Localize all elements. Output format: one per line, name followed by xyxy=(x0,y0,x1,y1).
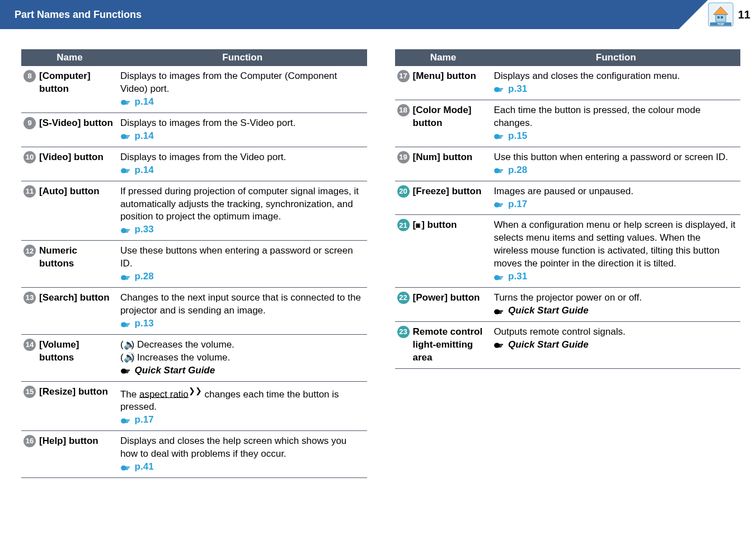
svg-rect-9 xyxy=(125,104,128,105)
function-cell: Displays to images from the Computer (Co… xyxy=(118,66,367,113)
name-cell: 16[Help] button xyxy=(21,431,118,452)
table-row: 15[Resize] buttonThe aspect ratio❯❯ chan… xyxy=(21,381,367,430)
table-row: 21[◈] buttonWhen a configuration menu or… xyxy=(395,215,741,288)
item-number-badge: 9 xyxy=(24,117,36,129)
svg-rect-16 xyxy=(125,171,129,172)
name-cell: 10[Video] button xyxy=(21,147,118,168)
page-link[interactable]: p.28 xyxy=(494,165,527,175)
name-cell: 19[Num] button xyxy=(395,147,492,168)
item-name: Numeric buttons xyxy=(39,245,114,270)
page-link[interactable]: p.41 xyxy=(120,461,154,472)
page-link[interactable]: p.31 xyxy=(494,271,527,282)
function-cell: (🔈) Decreases the volume.(🔊) Increases t… xyxy=(118,334,367,381)
page-link[interactable]: p.14 xyxy=(120,96,154,107)
navigate-icon: ◈ xyxy=(413,220,424,231)
table-row: 19[Num] buttonUse this button when enter… xyxy=(395,147,741,181)
name-cell: 15[Resize] button xyxy=(21,382,118,402)
item-number-badge: 10 xyxy=(24,151,36,163)
svg-rect-43 xyxy=(499,88,503,90)
svg-rect-32 xyxy=(125,371,129,372)
svg-rect-55 xyxy=(499,204,503,205)
item-name: Remote control light-emitting area xyxy=(413,326,487,364)
right-table: Name Function 17[Menu] buttonDisplays an… xyxy=(395,49,741,369)
name-cell: 22[Power] button xyxy=(395,288,492,308)
function-cell: Displays and closes the help screen whic… xyxy=(118,431,367,478)
svg-text:TOP: TOP xyxy=(717,22,724,26)
function-cell: Each time the button is pressed, the col… xyxy=(491,100,740,147)
glossary-term[interactable]: aspect ratio xyxy=(139,388,189,399)
left-table: Name Function 8[Computer] buttonDisplays… xyxy=(21,49,367,478)
item-name: [S-Video] button xyxy=(39,117,113,130)
page-link[interactable]: p.17 xyxy=(494,199,527,209)
function-cell: If pressed during projection of computer… xyxy=(118,181,367,241)
page-link[interactable]: p.14 xyxy=(120,130,154,141)
table-row: 23Remote control light-emitting areaOutp… xyxy=(395,322,741,369)
item-number-badge: 23 xyxy=(397,326,410,338)
guide-link[interactable]: Quick Start Guide xyxy=(494,305,588,316)
svg-rect-60 xyxy=(499,278,502,279)
function-cell: The aspect ratio❯❯ changes each time the… xyxy=(118,381,367,430)
svg-rect-27 xyxy=(125,323,130,324)
header-right: TOP 11 xyxy=(708,0,756,29)
page-link[interactable]: p.15 xyxy=(494,130,527,141)
page-link[interactable]: p.17 xyxy=(120,414,154,425)
page-link[interactable]: p.31 xyxy=(494,83,527,94)
svg-rect-45 xyxy=(499,91,501,92)
svg-rect-19 xyxy=(125,229,130,230)
svg-rect-65 xyxy=(499,313,501,314)
svg-rect-25 xyxy=(125,279,128,280)
name-cell: 11[Auto] button xyxy=(21,181,118,202)
name-cell: 18[Color Mode] button xyxy=(395,100,492,134)
item-name: [Freeze] button xyxy=(413,185,482,198)
name-cell: 14[Volume] buttons xyxy=(21,335,118,368)
page-link[interactable]: p.33 xyxy=(120,224,154,235)
svg-rect-51 xyxy=(499,170,503,171)
name-cell: 13[Search] button xyxy=(21,288,118,308)
table-row: 16[Help] buttonDisplays and closes the h… xyxy=(21,431,367,478)
item-number-badge: 21 xyxy=(397,219,410,231)
function-cell: Displays and closes the configuration me… xyxy=(491,66,740,100)
function-cell: Use this button when entering a password… xyxy=(491,147,740,181)
home-top-icon[interactable]: TOP xyxy=(708,2,734,27)
page-link[interactable]: p.14 xyxy=(120,165,154,175)
page-header: Part Names and Functions TOP 11 xyxy=(0,0,756,29)
item-number-badge: 17 xyxy=(397,70,410,82)
volume-down-icon: 🔈 xyxy=(124,339,132,352)
item-number-badge: 22 xyxy=(397,292,410,304)
svg-rect-41 xyxy=(125,469,128,470)
svg-rect-2 xyxy=(717,16,720,18)
function-cell: Outputs remote control signals. Quick St… xyxy=(491,322,740,369)
name-cell: 23Remote control light-emitting area xyxy=(395,322,492,368)
item-number-badge: 19 xyxy=(397,151,410,163)
svg-rect-17 xyxy=(125,172,128,173)
table-row: 17[Menu] buttonDisplays and closes the c… xyxy=(395,66,741,100)
table-row: 9[S-Video] buttonDisplays to images from… xyxy=(21,113,367,147)
col-header-name: Name xyxy=(21,49,118,66)
col-header-function: Function xyxy=(118,49,367,66)
function-cell: When a configuration menu or help screen… xyxy=(491,215,740,288)
item-name: [Color Mode] button xyxy=(413,104,487,130)
page-title: Part Names and Functions xyxy=(15,9,142,21)
guide-link[interactable]: Quick Start Guide xyxy=(494,339,588,350)
item-name: [Power] button xyxy=(413,292,480,305)
item-number-badge: 16 xyxy=(24,435,36,447)
svg-rect-12 xyxy=(125,137,129,138)
svg-rect-39 xyxy=(125,466,130,467)
svg-rect-29 xyxy=(125,326,128,327)
svg-rect-61 xyxy=(499,279,501,280)
page-number: 11 xyxy=(738,8,750,21)
svg-rect-63 xyxy=(499,310,503,311)
svg-rect-53 xyxy=(499,172,501,173)
item-name: [Volume] buttons xyxy=(39,339,114,364)
guide-link[interactable]: Quick Start Guide xyxy=(120,365,215,376)
svg-rect-40 xyxy=(125,468,129,469)
svg-rect-3 xyxy=(721,16,723,18)
svg-rect-57 xyxy=(499,206,501,207)
item-number-badge: 18 xyxy=(397,104,410,116)
page-link[interactable]: p.13 xyxy=(120,318,154,329)
svg-rect-44 xyxy=(499,90,502,91)
svg-rect-15 xyxy=(125,170,130,171)
name-cell: 8[Computer] button xyxy=(21,66,118,100)
item-name: [Resize] button xyxy=(39,386,108,399)
page-link[interactable]: p.28 xyxy=(120,271,154,282)
